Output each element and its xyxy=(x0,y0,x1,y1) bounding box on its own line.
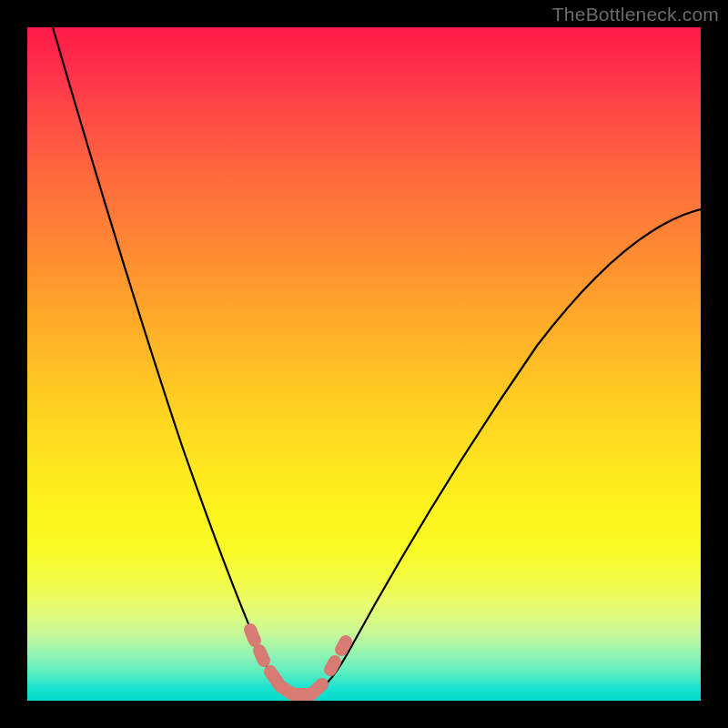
marker-right-dash-upper xyxy=(341,642,346,650)
chart-frame: TheBottleneck.com xyxy=(0,0,728,728)
watermark-text: TheBottleneck.com xyxy=(552,4,719,25)
marker-left-dash-upper xyxy=(250,630,255,641)
marker-left-dash-lower xyxy=(259,651,264,661)
curve-left-branch xyxy=(53,27,295,697)
marker-trough xyxy=(270,672,322,694)
curve-layer xyxy=(27,27,701,701)
plot-area xyxy=(27,27,701,701)
curve-right-branch xyxy=(306,209,701,697)
marker-right-dash-lower xyxy=(330,662,335,670)
